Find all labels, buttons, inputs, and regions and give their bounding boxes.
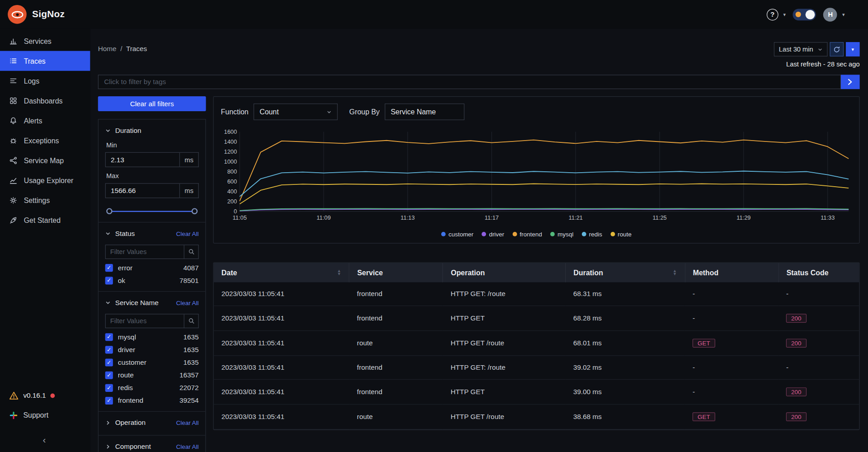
tag-search-submit-button[interactable]: [841, 75, 860, 89]
checkbox-checked-icon[interactable]: ✓: [105, 333, 113, 341]
chart-legend: customerdriverfrontendmysqlredisroute: [219, 231, 854, 238]
clear-all-link[interactable]: Clear All: [176, 419, 198, 426]
slider-min-handle[interactable]: [106, 208, 112, 214]
sidebar-item-get-started[interactable]: Get Started: [0, 210, 90, 230]
legend-dot-icon: [482, 232, 486, 236]
group-by-select[interactable]: Service Name: [385, 104, 464, 120]
sidebar-item-support[interactable]: Support: [0, 405, 90, 425]
date-cell: 2023/03/03 11:05:41: [214, 306, 349, 331]
filter-option-mysql[interactable]: ✓ mysql 1635: [105, 333, 199, 341]
sidebar-bottom: v0.16.1 Support ‹: [0, 386, 90, 452]
sort-icons[interactable]: ▲▼: [337, 270, 341, 275]
duration-min-input[interactable]: [105, 152, 180, 167]
duration-range-slider[interactable]: [107, 208, 197, 214]
filter-option-error[interactable]: ✓ error 4087: [105, 264, 199, 272]
sidebar-item-label: Services: [24, 37, 52, 45]
search-icon[interactable]: [184, 245, 198, 258]
signoz-logo-icon[interactable]: [8, 5, 27, 24]
refresh-options-button[interactable]: ▾: [846, 42, 860, 56]
topbar: SigNoz ? ▾ H ▾: [0, 0, 868, 29]
column-header-date[interactable]: Date▲▼: [214, 263, 349, 282]
sidebar-item-exceptions[interactable]: Exceptions: [0, 131, 90, 151]
table-row[interactable]: 2023/03/03 11:05:41 frontend HTTP GET 39…: [214, 379, 859, 404]
avatar[interactable]: H: [823, 8, 837, 22]
filter-option-customer[interactable]: ✓ customer 1635: [105, 358, 199, 366]
sidebar-item-logs[interactable]: Logs: [0, 71, 90, 91]
version-indicator[interactable]: v0.16.1: [0, 386, 90, 405]
checkbox-checked-icon[interactable]: ✓: [105, 264, 113, 272]
filter-option-redis[interactable]: ✓ redis 22072: [105, 384, 199, 392]
tag-search-input[interactable]: [98, 75, 841, 89]
method-cell: GET: [685, 331, 778, 356]
sidebar-item-services[interactable]: Services: [0, 31, 90, 51]
sidebar-item-dashboards[interactable]: Dashboards: [0, 91, 90, 111]
sidebar-item-settings[interactable]: Settings: [0, 190, 90, 210]
table-row[interactable]: 2023/03/03 11:05:41 route HTTP GET /rout…: [214, 331, 859, 356]
slider-track: [108, 211, 196, 212]
method-cell: -: [685, 379, 778, 404]
breadcrumb-home[interactable]: Home: [98, 45, 117, 52]
status-filter-input[interactable]: [106, 245, 184, 258]
search-icon[interactable]: [184, 315, 198, 328]
service-name-section-header[interactable]: Service Name Clear All: [105, 297, 199, 308]
filter-option-route[interactable]: ✓ route 16357: [105, 372, 199, 379]
status-section-header[interactable]: Status Clear All: [105, 228, 199, 239]
user-menu-caret-icon[interactable]: ▾: [842, 12, 845, 17]
legend-item-mysql[interactable]: mysql: [550, 231, 573, 238]
service-filter-input[interactable]: [106, 315, 184, 328]
legend-item-customer[interactable]: customer: [441, 231, 473, 238]
clear-all-link[interactable]: Clear All: [176, 443, 198, 450]
refresh-button[interactable]: [830, 42, 844, 56]
operation-section-header[interactable]: Operation Clear All: [105, 417, 199, 428]
sidebar-collapse-button[interactable]: ‹: [39, 434, 50, 445]
svg-text:11:05: 11:05: [233, 214, 247, 221]
table-header-row: Date▲▼ Service Operation Duration▲▼ Meth…: [214, 263, 859, 282]
sidebar-item-alerts[interactable]: Alerts: [0, 111, 90, 131]
sidebar-item-label: Traces: [24, 57, 46, 65]
sidebar-item-service-map[interactable]: Service Map: [0, 151, 90, 170]
sidebar-item-label: Alerts: [24, 117, 42, 125]
sidebar-item-label: Service Map: [24, 156, 64, 165]
traces-count-chart[interactable]: 11:0511:0911:1311:1711:2111:2511:2911:33…: [219, 128, 853, 224]
duration-cell: 68.31 ms: [566, 282, 685, 306]
service-cell: frontend: [349, 306, 443, 331]
table-row[interactable]: 2023/03/03 11:05:41 frontend HTTP GET 68…: [214, 306, 859, 331]
time-range-select[interactable]: Last 30 min: [774, 42, 828, 56]
legend-item-route[interactable]: route: [610, 231, 632, 238]
checkbox-checked-icon[interactable]: ✓: [105, 277, 113, 284]
min-unit-label: ms: [180, 152, 199, 167]
checkbox-checked-icon[interactable]: ✓: [105, 372, 113, 379]
clear-all-link[interactable]: Clear All: [176, 230, 198, 237]
table-row[interactable]: 2023/03/03 11:05:41 route HTTP GET /rout…: [214, 404, 859, 429]
operation-cell: HTTP GET: [443, 379, 565, 404]
theme-toggle[interactable]: [793, 9, 816, 20]
table-row[interactable]: 2023/03/03 11:05:41 frontend HTTP GET: /…: [214, 356, 859, 380]
legend-item-redis[interactable]: redis: [582, 231, 602, 238]
help-icon[interactable]: ?: [767, 9, 778, 20]
sort-icons[interactable]: ▲▼: [673, 270, 677, 275]
help-caret-icon[interactable]: ▾: [783, 12, 786, 17]
legend-item-driver[interactable]: driver: [482, 231, 505, 238]
traces-table: Date▲▼ Service Operation Duration▲▼ Meth…: [214, 263, 859, 430]
clear-all-link[interactable]: Clear All: [176, 299, 198, 306]
slider-max-handle[interactable]: [192, 208, 198, 214]
status-code-badge: -: [786, 363, 788, 371]
checkbox-checked-icon[interactable]: ✓: [105, 384, 113, 392]
checkbox-checked-icon[interactable]: ✓: [105, 397, 113, 405]
filter-option-driver[interactable]: ✓ driver 1635: [105, 346, 199, 353]
clear-all-filters-button[interactable]: Clear all filters: [98, 96, 206, 111]
duration-max-input[interactable]: [105, 183, 180, 198]
status-code-badge: 200: [786, 387, 807, 396]
filter-option-ok[interactable]: ✓ ok 78501: [105, 277, 199, 284]
component-section-header[interactable]: Component Clear All: [105, 441, 199, 452]
filter-option-frontend[interactable]: ✓ frontend 39254: [105, 397, 199, 405]
function-select[interactable]: Count: [254, 104, 338, 120]
sidebar-item-traces[interactable]: Traces: [0, 51, 90, 71]
sidebar-item-usage-explorer[interactable]: Usage Explorer: [0, 170, 90, 190]
column-header-duration[interactable]: Duration▲▼: [566, 263, 685, 282]
checkbox-checked-icon[interactable]: ✓: [105, 346, 113, 353]
checkbox-checked-icon[interactable]: ✓: [105, 358, 113, 366]
table-row[interactable]: 2023/03/03 11:05:41 frontend HTTP GET: /…: [214, 282, 859, 306]
duration-section-header[interactable]: Duration: [105, 125, 199, 136]
legend-item-frontend[interactable]: frontend: [513, 231, 542, 238]
